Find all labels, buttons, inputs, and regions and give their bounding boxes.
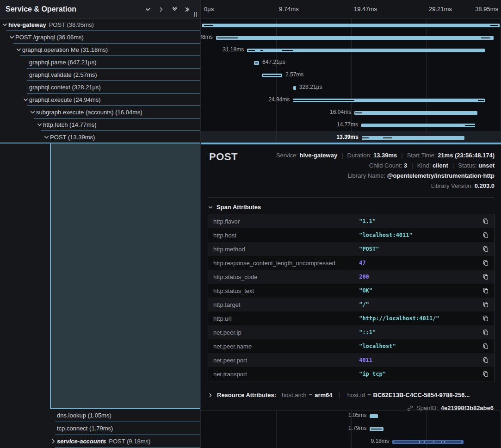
- span-timeline-row[interactable]: 31.18ms: [201, 44, 501, 56]
- span-timeline-row[interactable]: 36.06ms: [201, 31, 501, 44]
- span-timeline-row[interactable]: 647.21µs: [201, 56, 501, 68]
- span-timeline-row[interactable]: 24.94ms: [201, 93, 501, 106]
- span-duration-bar[interactable]: [254, 61, 259, 65]
- span-timeline-row[interactable]: 13.39ms: [201, 131, 501, 143]
- span-duration-bar[interactable]: [216, 36, 494, 40]
- span-tree-row[interactable]: POST (13.39ms): [0, 131, 200, 143]
- copy-icon[interactable]: [477, 343, 494, 349]
- span-tree-row[interactable]: graphql.execute (24.94ms): [0, 93, 200, 106]
- expand-all-icon[interactable]: [185, 6, 191, 12]
- span-timeline-row[interactable]: 14.77ms: [201, 118, 501, 131]
- attribute-key: net.peer.port: [208, 357, 359, 364]
- chevron-down-icon[interactable]: [30, 109, 36, 115]
- copy-icon[interactable]: [477, 357, 494, 363]
- copy-icon[interactable]: [477, 218, 494, 224]
- attribute-key: http.status_code: [208, 274, 359, 280]
- copy-icon[interactable]: [477, 301, 494, 308]
- collapse-one-icon[interactable]: [145, 6, 151, 12]
- span-duration-bar[interactable]: [370, 414, 378, 418]
- chevron-down-icon: [208, 205, 213, 210]
- attribute-value: 4011: [359, 357, 477, 363]
- attribute-value: "OK": [359, 287, 477, 294]
- chevron-down-icon[interactable]: [23, 97, 29, 103]
- timeline-tick-label: 29.21ms: [429, 0, 452, 19]
- chevron-right-icon[interactable]: [208, 392, 213, 398]
- span-tree-row[interactable]: tcp.connect (1.79ms): [0, 422, 200, 435]
- child-span-mark: [355, 112, 362, 113]
- span-duration-bar[interactable]: [293, 86, 296, 90]
- meta-value: @opentelemetry/instrumentation-http: [387, 172, 495, 179]
- span-timeline-row[interactable]: 1.79ms: [201, 422, 501, 435]
- operation-name: graphql.execute (24.94ms): [29, 96, 101, 103]
- chevron-down-icon[interactable]: [2, 22, 8, 28]
- operation-name: dns.lookup (1.05ms): [57, 412, 111, 419]
- timeline-header: 0µs9.74ms19.47ms29.21ms38.95ms: [201, 0, 501, 19]
- span-tree-row[interactable]: hive-gatewayPOST (38.95ms): [0, 19, 200, 31]
- attribute-key: http.url: [208, 315, 359, 322]
- copy-icon[interactable]: [477, 371, 494, 377]
- span-tree-row[interactable]: graphql.context (328.21µs): [0, 81, 200, 93]
- span-duration-bar[interactable]: [392, 440, 464, 444]
- attribute-key: net.transport: [208, 371, 359, 378]
- span-attributes-toggle[interactable]: Span Attributes: [208, 204, 261, 211]
- copy-icon[interactable]: [477, 246, 494, 252]
- chevron-down-icon[interactable]: [16, 47, 22, 53]
- span-timeline-row[interactable]: 2.57ms: [201, 68, 501, 81]
- copy-icon[interactable]: [477, 329, 494, 336]
- span-tree-row[interactable]: graphql.validate (2.57ms): [0, 68, 200, 81]
- span-duration-bar[interactable]: [362, 136, 464, 140]
- span-tree-row[interactable]: service-accountsPOST (9.18ms): [0, 435, 200, 448]
- meta-label: Kind:: [417, 162, 433, 169]
- span-duration-bar[interactable]: [361, 124, 475, 127]
- chevron-down-icon[interactable]: [37, 122, 43, 128]
- span-duration-label: 24.94ms: [268, 93, 290, 106]
- resource-value: BC62E13B-C4CC-5854-9788-256...: [373, 392, 470, 398]
- attribute-row: http.flavor"1.1": [208, 214, 494, 228]
- child-span-dot: [424, 442, 425, 442]
- operation-name: tcp.connect (1.79ms): [57, 425, 113, 432]
- copy-icon[interactable]: [477, 232, 494, 238]
- resource-key: host.arch: [282, 392, 306, 398]
- span-tree-row[interactable]: dns.lookup (1.05ms): [0, 409, 200, 422]
- attribute-value: "POST": [359, 246, 477, 252]
- panel-divider[interactable]: [200, 0, 201, 448]
- chevron-down-icon[interactable]: [9, 34, 15, 40]
- span-duration-label: 328.21µs: [299, 81, 322, 93]
- span-duration-bar[interactable]: [247, 49, 485, 52]
- attribute-key: http.method: [208, 246, 359, 253]
- span-duration-bar[interactable]: [202, 24, 500, 27]
- operation-name: graphql.operation Me (31.18ms): [22, 46, 108, 53]
- span-tree-row[interactable]: POST /graphql (36.06ms): [0, 31, 200, 44]
- attribute-key: http.flavor: [208, 218, 359, 225]
- span-detail-title: POST: [209, 151, 238, 163]
- span-duration-bar[interactable]: [370, 427, 383, 431]
- resource-attributes-toggle[interactable]: Resource Attributes:: [217, 392, 276, 398]
- chevron-down-icon[interactable]: [43, 134, 50, 140]
- span-duration-bar[interactable]: [293, 99, 485, 102]
- span-duration-label: 16.04ms: [330, 106, 351, 118]
- span-timeline-row[interactable]: 38.95ms: [201, 19, 501, 31]
- span-id-label: SpanID:: [416, 404, 438, 411]
- panel-resize-handle[interactable]: ||: [194, 11, 198, 17]
- expand-one-icon[interactable]: [158, 6, 164, 12]
- span-tree-row[interactable]: http.fetch (14.77ms): [0, 118, 200, 131]
- span-timeline-row[interactable]: 9.18ms: [201, 435, 501, 448]
- copy-icon[interactable]: [477, 315, 494, 322]
- timeline-tick-label: 0µs: [204, 0, 214, 19]
- span-duration-label: 1.05ms: [348, 409, 366, 422]
- meta-label: Library Name:: [348, 172, 387, 179]
- copy-icon[interactable]: [477, 287, 494, 294]
- tree-header-title: Service & Operation: [6, 5, 76, 13]
- copy-icon[interactable]: [477, 260, 494, 266]
- span-timeline-row[interactable]: 328.21µs: [201, 81, 501, 93]
- span-tree-row[interactable]: graphql.parse (647.21µs): [0, 56, 200, 68]
- link-icon[interactable]: [407, 405, 414, 411]
- collapse-all-icon[interactable]: [172, 6, 178, 12]
- chevron-right-icon[interactable]: [50, 438, 57, 444]
- span-timeline-row[interactable]: 16.04ms: [201, 106, 501, 118]
- span-duration-bar[interactable]: [262, 74, 282, 77]
- copy-icon[interactable]: [477, 274, 494, 280]
- span-tree-row[interactable]: graphql.operation Me (31.18ms): [0, 44, 200, 56]
- span-tree-row[interactable]: subgraph.execute (accounts) (16.04ms): [0, 106, 200, 118]
- span-duration-bar[interactable]: [354, 111, 477, 115]
